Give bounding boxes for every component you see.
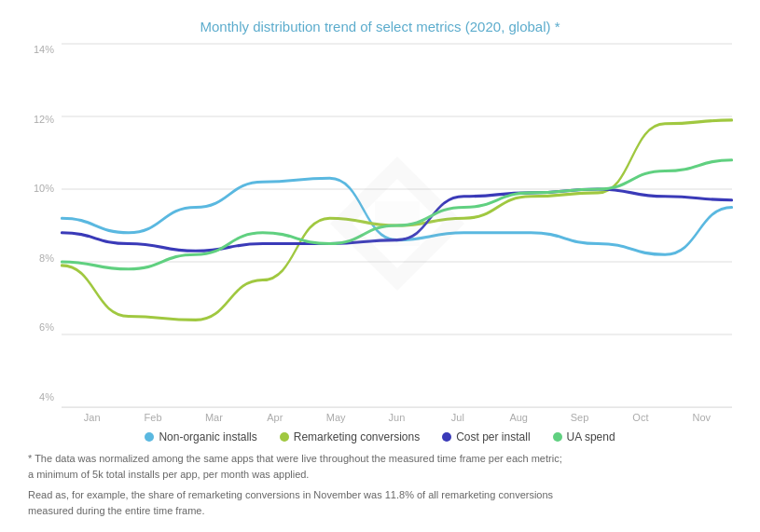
x-label: Apr: [244, 412, 305, 423]
x-label: Jul: [427, 412, 488, 423]
legend-dot: [553, 432, 562, 442]
legend-item: UA spend: [553, 430, 615, 443]
y-label: 14%: [34, 44, 54, 55]
x-axis: JanFebMarAprMayJunJulAugSepOctNov: [62, 408, 732, 423]
y-label: 12%: [34, 114, 54, 125]
x-label: Feb: [122, 412, 183, 423]
legend-label: UA spend: [567, 430, 615, 443]
x-label: May: [305, 412, 366, 423]
legend-item: Cost per install: [442, 430, 530, 443]
y-label: 10%: [34, 183, 54, 194]
y-axis: 14%12%10%8%6%4%: [28, 44, 62, 423]
x-label: Mar: [184, 412, 244, 423]
y-label: 8%: [39, 252, 54, 264]
footnote: * The data was normalized among the same…: [28, 451, 732, 518]
legend-dot: [145, 432, 154, 442]
legend-dot: [442, 432, 451, 442]
x-label: Oct: [610, 412, 670, 423]
chart-svg: [62, 44, 732, 407]
x-label: Aug: [489, 412, 549, 423]
legend-item: Non-organic installs: [145, 430, 256, 443]
legend-dot: [280, 432, 289, 442]
y-label: 6%: [39, 321, 54, 333]
x-label: Jan: [62, 412, 122, 423]
x-label: Jun: [366, 412, 427, 423]
legend-item: Remarketing conversions: [280, 430, 420, 443]
y-label: 4%: [39, 391, 54, 402]
legend: Non-organic installsRemarketing conversi…: [145, 430, 615, 443]
legend-label: Remarketing conversions: [294, 430, 420, 443]
legend-label: Cost per install: [456, 430, 530, 443]
chart-title: Monthly distribution trend of select met…: [200, 19, 560, 34]
chart-area: 14%12%10%8%6%4% JanFebMarAprMayJunJulAug…: [28, 44, 732, 423]
legend-label: Non-organic installs: [159, 430, 256, 443]
chart-inner: [62, 44, 732, 408]
x-label: Sep: [549, 412, 610, 423]
x-label: Nov: [671, 412, 732, 423]
